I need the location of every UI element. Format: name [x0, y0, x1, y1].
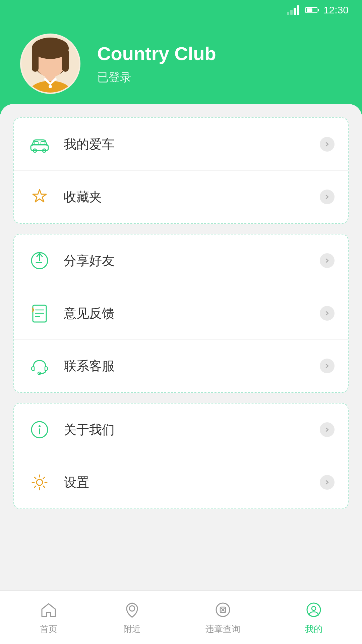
status-bar: 12:30: [0, 0, 362, 20]
menu-item-my-car[interactable]: 我的爱车: [14, 118, 348, 171]
menu-item-support[interactable]: 联系客服: [14, 340, 348, 392]
car-icon: [27, 132, 52, 156]
chevron-icon-support: [320, 359, 335, 373]
menu-group-2: 分享好友 意见反馈: [13, 234, 349, 393]
menu-item-settings[interactable]: 设置: [14, 456, 348, 508]
user-name: Country Club: [97, 43, 216, 64]
menu-label-about: 关于我们: [64, 421, 308, 438]
menu-item-favorites[interactable]: 收藏夹: [14, 171, 348, 223]
info-icon: [27, 418, 52, 442]
menu-item-feedback[interactable]: 意见反馈: [14, 287, 348, 340]
svg-rect-3: [32, 48, 39, 72]
svg-point-19: [129, 606, 135, 611]
main-content: 我的爱车 收藏夹: [0, 104, 362, 590]
svg-rect-4: [62, 48, 69, 72]
chevron-icon-share: [320, 253, 335, 268]
headset-icon: [27, 354, 52, 378]
feedback-icon: [27, 301, 52, 325]
chevron-icon-my-car: [320, 137, 335, 152]
chevron-icon-favorites: [320, 190, 335, 204]
home-nav-icon: [39, 600, 59, 620]
avatar: [20, 34, 80, 94]
chevron-icon-about: [320, 422, 335, 437]
time-display: 12:30: [323, 4, 349, 16]
nav-item-nearby[interactable]: 附近: [112, 596, 152, 638]
menu-label-settings: 设置: [64, 474, 308, 491]
battery-icon: [305, 7, 317, 13]
location-nav-icon: [122, 600, 142, 620]
user-status: 已登录: [97, 70, 216, 85]
status-bar-right: 12:30: [287, 4, 349, 16]
menu-label-support: 联系客服: [64, 358, 308, 375]
star-icon: [27, 185, 52, 209]
chevron-icon-settings: [320, 475, 335, 490]
menu-label-share: 分享好友: [64, 252, 308, 269]
menu-item-about[interactable]: 关于我们: [14, 404, 348, 456]
menu-group-1: 我的爱车 收藏夹: [13, 117, 349, 224]
nav-label-nearby: 附近: [123, 623, 141, 635]
svg-point-18: [37, 479, 43, 485]
svg-point-17: [39, 425, 41, 427]
menu-label-favorites: 收藏夹: [64, 189, 308, 206]
nav-item-violation[interactable]: 违章查询: [195, 596, 250, 638]
menu-label-my-car: 我的爱车: [64, 136, 308, 153]
menu-item-share[interactable]: 分享好友: [14, 234, 348, 287]
nav-label-home: 首页: [40, 623, 57, 635]
bottom-nav: 首页 附近 违章查询 我的: [0, 590, 362, 644]
svg-point-7: [49, 85, 52, 88]
menu-group-3: 关于我们 设置: [13, 403, 349, 509]
chevron-icon-feedback: [320, 306, 335, 321]
nav-label-violation: 违章查询: [205, 623, 240, 635]
nav-label-mine: 我的: [305, 623, 322, 635]
nav-item-home[interactable]: 首页: [28, 596, 69, 638]
svg-point-23: [312, 606, 316, 610]
signal-icon: [287, 5, 299, 15]
menu-label-feedback: 意见反馈: [64, 305, 308, 322]
share-icon: [27, 249, 52, 273]
profile-nav-icon: [304, 600, 324, 620]
nav-item-mine[interactable]: 我的: [294, 596, 334, 638]
gear-icon: [27, 470, 52, 494]
violation-nav-icon: [213, 600, 233, 620]
user-info: Country Club 已登录: [97, 43, 216, 85]
